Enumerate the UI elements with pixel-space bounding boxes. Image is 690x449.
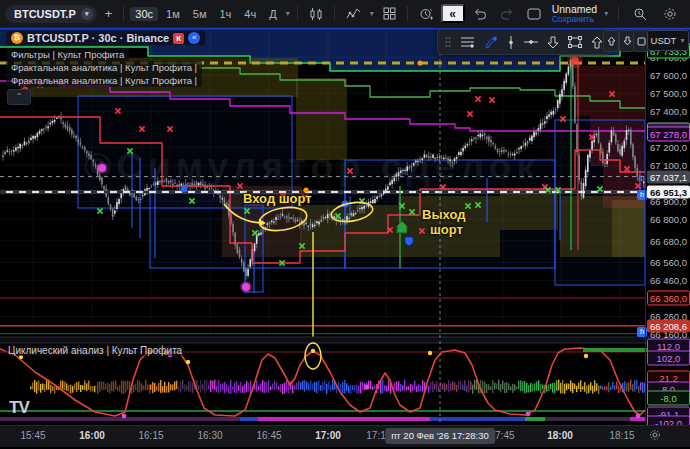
time-axis-label: 16:30 bbox=[197, 430, 222, 441]
price-badge: 66 208,6 bbox=[647, 319, 690, 332]
axis-settings-gear-icon[interactable] bbox=[649, 429, 661, 441]
entry-short-annotation[interactable]: Вход шорт bbox=[243, 191, 312, 206]
indicators-button[interactable] bbox=[341, 6, 366, 21]
layout-menu-chevron-icon[interactable]: ▾ bbox=[603, 9, 609, 18]
price-axis-label: 66 680,0 bbox=[650, 235, 687, 246]
scroll-up-button[interactable] bbox=[603, 30, 619, 52]
quick-search-icon[interactable] bbox=[628, 6, 652, 22]
time-axis-label: 15:45 bbox=[20, 430, 45, 441]
price-axis-label: 67 600,0 bbox=[650, 70, 687, 81]
parallel-lines-icon[interactable] bbox=[460, 36, 475, 48]
price-badge: 66 951,3 bbox=[647, 186, 690, 199]
currency-label: USDT bbox=[651, 35, 677, 46]
layout-grid-button[interactable] bbox=[378, 6, 401, 21]
timeframe-5m-button[interactable]: 5м bbox=[188, 7, 212, 21]
replay-active-icon: « bbox=[188, 32, 200, 44]
save-layout-label[interactable]: Сохранить bbox=[552, 14, 598, 24]
legend-indicator-filters[interactable]: Фильтры | Культ Профита bbox=[6, 48, 129, 61]
top-toolbar: BTCUSDT.P ▾ + 30с 1м 5м 1ч 4ч Д ▾ ▾ « bbox=[0, 0, 690, 27]
layout-name-button[interactable]: Unnamed Сохранить bbox=[552, 4, 598, 24]
settings-gear-icon[interactable] bbox=[658, 6, 682, 22]
toolbar-separator bbox=[297, 6, 298, 21]
compare-add-button[interactable]: + bbox=[100, 5, 118, 22]
legend-indicator-fractal-2[interactable]: Фрактальная аналитика | Культ Профита | bbox=[6, 74, 202, 87]
exit-short-annotation[interactable]: Выход шорт bbox=[422, 207, 465, 237]
currency-selector[interactable]: USDT ▾ bbox=[647, 30, 689, 51]
price-axis-label: 66 460,0 bbox=[650, 275, 687, 286]
legend-indicator-fractal-1[interactable]: Фрактальная аналитика | Культ Профита | bbox=[6, 61, 202, 74]
symbol-dropdown-icon: ▾ bbox=[81, 8, 93, 20]
legend-symbol-title: BTCUSDT.P · 30с · Binance bbox=[27, 32, 169, 44]
panel-level-badge: 102,0 bbox=[647, 351, 690, 366]
price-axis-label: 66 560,0 bbox=[650, 257, 687, 268]
time-axis-label: 16:45 bbox=[256, 430, 281, 441]
price-axis-label: 67 400,0 bbox=[650, 106, 687, 117]
price-axis-label: 67 200,0 bbox=[650, 142, 687, 153]
vertical-line-icon[interactable] bbox=[507, 36, 515, 49]
time-axis-label: 16:15 bbox=[138, 430, 163, 441]
rectangle-tool-icon[interactable] bbox=[568, 36, 582, 48]
brush-icon[interactable] bbox=[484, 36, 498, 49]
price-badge: 67 278,0 bbox=[647, 127, 690, 142]
drag-handle[interactable] bbox=[445, 36, 451, 48]
bitcoin-icon: ₿ bbox=[11, 32, 23, 44]
toolbar-separator bbox=[618, 6, 619, 21]
legend-fractal1-label: Фрактальная аналитика | Культ Профита | bbox=[11, 62, 197, 73]
timeframe-4h-button[interactable]: 4ч bbox=[239, 7, 261, 21]
symbol-label: BTCUSDT.P bbox=[14, 8, 76, 20]
symbol-search-button[interactable]: BTCUSDT.P ▾ bbox=[5, 5, 97, 23]
toolbar-right-group: Unnamed Сохранить ▾ bbox=[522, 4, 690, 24]
save-layout-icon[interactable] bbox=[522, 7, 546, 21]
arrow-down-icon[interactable] bbox=[547, 36, 559, 49]
exit-short-line1: Выход bbox=[422, 207, 465, 222]
timeframe-30s-button[interactable]: 30с bbox=[130, 7, 158, 21]
crosshair-time-badge: пт 20 Фев '26 17:28:30 bbox=[385, 428, 495, 444]
legend-filters-label: Фильтры | Культ Профита bbox=[11, 49, 124, 60]
toolbar-separator bbox=[407, 6, 408, 21]
time-axis[interactable]: пт 20 Фев '26 17:28:30 15:4516:0016:1516… bbox=[0, 425, 690, 447]
legend-collapse-button[interactable]: ⌃ bbox=[7, 89, 31, 105]
time-axis-label: 18:00 bbox=[547, 430, 573, 441]
chart-style-button[interactable] bbox=[304, 6, 328, 22]
timeframe-menu-chevron-icon[interactable]: ▾ bbox=[285, 9, 291, 18]
toolbar-separator bbox=[123, 6, 124, 21]
time-axis-label: 18:15 bbox=[609, 430, 634, 441]
time-axis-label: 16:00 bbox=[79, 430, 105, 441]
price-axis-label: 66 800,0 bbox=[650, 214, 687, 225]
indicators-chevron-icon[interactable]: ▾ bbox=[369, 9, 375, 18]
tradingview-logo[interactable]: TV bbox=[9, 398, 29, 418]
legend-symbol-row[interactable]: ₿ BTCUSDT.P · 30с · Binance К « bbox=[6, 31, 205, 45]
layout-name-label: Unnamed bbox=[552, 4, 598, 14]
alert-button[interactable] bbox=[414, 6, 438, 22]
panel-level-badge: -8,0 bbox=[647, 391, 690, 406]
trading-app: ©Симулятор сделок ₿ BTCUSDT.P · 30с · Bi… bbox=[0, 0, 690, 449]
legend-fractal2-label: Фрактальная аналитика | Культ Профита | bbox=[11, 75, 197, 86]
undo-button[interactable] bbox=[468, 7, 492, 21]
price-badge: 67 037,1 bbox=[647, 170, 690, 183]
exit-short-line2: шорт bbox=[422, 222, 465, 237]
replay-button[interactable]: « bbox=[441, 4, 465, 23]
floating-draw-toolbar bbox=[437, 29, 611, 55]
time-axis-label: 17:1 bbox=[366, 430, 385, 441]
kult-profita-icon: К bbox=[173, 33, 184, 44]
redo-button[interactable] bbox=[495, 7, 519, 21]
arrow-up-icon[interactable] bbox=[591, 36, 603, 49]
timeframe-1h-button[interactable]: 1ч bbox=[214, 7, 236, 21]
timeframe-1d-button[interactable]: Д bbox=[264, 7, 281, 21]
chevron-down-icon: ▾ bbox=[679, 36, 685, 45]
time-axis-label: 17:00 bbox=[315, 430, 341, 441]
price-badge: 66 360,0 bbox=[647, 291, 690, 306]
horizontal-line-icon[interactable] bbox=[524, 38, 538, 46]
price-scale[interactable]: 67 700,067 600,067 500,067 400,067 200,0… bbox=[645, 27, 690, 425]
panel-legend[interactable]: Циклический анализ | Культ Профита bbox=[5, 345, 185, 356]
timeframe-1m-button[interactable]: 1м bbox=[161, 7, 185, 21]
toolbar-separator bbox=[334, 6, 335, 21]
price-axis-label: 67 500,0 bbox=[650, 88, 687, 99]
